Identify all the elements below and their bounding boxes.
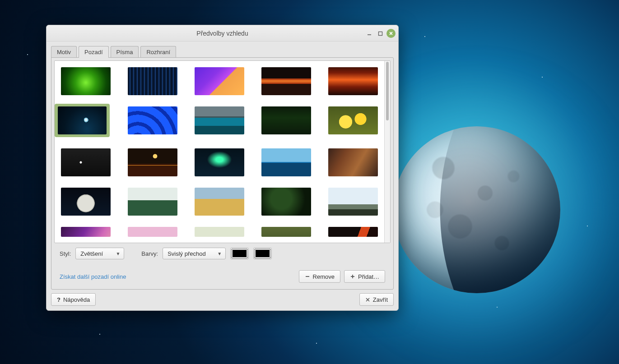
wallpaper-thumb-temple-sunset[interactable] [261,67,311,95]
minimize-icon [367,31,372,36]
titlebar[interactable]: Předvolby vzhledu [47,25,398,41]
wallpaper-thumb-pink-sunset[interactable] [128,227,177,237]
window-title: Předvolby vzhledu [47,30,398,37]
wallpaper-thumb-leaf-dark[interactable] [261,188,311,216]
wallpaper-gallery [55,61,384,243]
svg-rect-1 [378,32,382,35]
tab-panel-background: Styl: Zvětšení ▼ Barvy: Svislý přechod ▼… [51,57,394,290]
maximize-button[interactable] [376,29,385,38]
wallpaper-thumb-daffodils[interactable] [328,106,378,134]
style-label: Styl: [60,250,71,257]
remove-button[interactable]: Remove [299,270,340,283]
wallpaper-thumb-crescent-reflection[interactable] [128,148,177,176]
wallpaper-thumb-wheat-field[interactable] [195,188,244,216]
close-icon [365,297,370,302]
chevron-down-icon: ▼ [217,251,222,256]
wallpaper-thumb-fog-forest[interactable] [128,188,177,216]
colors-combo[interactable]: Svislý přechod ▼ [163,248,226,259]
tab-pisma[interactable]: Písma [111,46,139,58]
question-icon: ? [57,296,61,303]
wallpaper-thumb-split-sea[interactable] [261,148,311,176]
color-swatch-1[interactable] [230,248,249,259]
wallpaper-thumb-aurora-tree[interactable] [195,148,244,176]
minus-icon [305,274,310,279]
wallpaper-thumb-orange-dark[interactable] [328,67,378,95]
color-swatch-2[interactable] [253,248,272,259]
colors-combo-value: Svislý přechod [168,250,206,257]
wallpaper-thumb-blue-waves[interactable] [128,106,177,134]
chevron-down-icon: ▼ [116,251,120,256]
close-window-button[interactable] [386,29,396,38]
wallpaper-thumb-purple-haze[interactable] [61,227,111,237]
wallpaper-thumb-mountain-lake[interactable] [195,106,244,134]
wallpaper-thumb-purple-orange-poly[interactable] [195,67,244,95]
close-icon [389,31,393,36]
maximize-icon [378,31,383,36]
wallpaper-thumb-green-gradient[interactable] [61,67,111,95]
minimize-button[interactable] [365,29,374,38]
wallpaper-thumb-field-line[interactable] [195,227,244,237]
wallpaper-thumb-mint-dark[interactable] [61,148,111,176]
colors-label: Barvy: [141,250,158,257]
wallpaper-thumb-lava-crop[interactable] [328,227,378,237]
plus-icon [350,274,355,279]
wallpaper-thumb-rusty-door[interactable] [328,148,378,176]
wallpaper-thumb-vertical-blue[interactable] [128,67,177,95]
tab-rozhrani[interactable]: Rozhraní [140,46,176,58]
desktop-moon [393,126,560,293]
style-combo-value: Zvětšení [80,250,103,257]
tab-motiv[interactable]: Motiv [51,46,77,58]
wallpaper-thumb-moon-night[interactable] [55,104,110,137]
wallpaper-thumb-big-moon[interactable] [61,188,111,216]
close-button[interactable]: Zavřít [359,293,394,306]
help-button[interactable]: ? Nápověda [51,293,96,306]
wallpaper-thumb-grass-blur[interactable] [261,227,311,237]
gallery-scrollbar[interactable] [384,61,390,243]
tab-pozadi[interactable]: Pozadí [79,46,108,58]
dialog-footer: ? Nápověda Zavřít [47,290,398,310]
style-combo[interactable]: Zvětšení ▼ [75,248,124,259]
appearance-preferences-window: Předvolby vzhledu Motiv Pozadí Písma Roz… [46,25,399,311]
add-button[interactable]: Přidat… [344,270,385,283]
get-more-backgrounds-link[interactable]: Získat další pozadí online [60,273,126,280]
tab-bar: Motiv Pozadí Písma Rozhraní [51,46,394,58]
wallpaper-thumb-spruce[interactable] [261,106,311,134]
wallpaper-thumb-sky-mountain[interactable] [328,188,378,216]
